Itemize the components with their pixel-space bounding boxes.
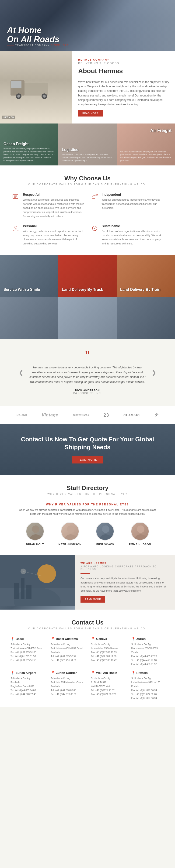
svg-point-23 — [37, 564, 56, 583]
portfolio-item-4[interactable] — [0, 297, 58, 339]
about-title: About Hermes — [78, 67, 169, 75]
we-are-content: We Are Hermes A FORWARD-LOOKING CORPORAT… — [75, 555, 175, 610]
contact-city-zurich: 📍 Zurich — [132, 637, 165, 641]
contact-item-basel-customs: 📍 Basel Customs Schindler + Co. Ag. Zuri… — [50, 637, 85, 666]
staff-section: Staff Directory WHY RIVER VALUES FOR THE… — [0, 475, 175, 555]
partner-logo-6: ✈ — [154, 412, 158, 418]
svg-point-20 — [135, 534, 147, 540]
pin-icon-basel: 📍 — [10, 637, 14, 641]
truck-image — [0, 51, 72, 124]
we-are-read-more-button[interactable]: READ MORE — [81, 596, 105, 602]
portfolio-item-6[interactable] — [117, 297, 175, 339]
why-personal-title: Personal — [23, 224, 85, 228]
cta-section: Contact Us Now To Get Quote For Your Glo… — [0, 424, 175, 475]
staff-avatar-2 — [61, 522, 79, 540]
portfolio-item-2-content: Land Delivery By Truck — [62, 287, 103, 293]
hero-company-type: Transport Company — [15, 44, 50, 46]
staff-member-2: Kate Jhonson — [56, 522, 84, 546]
why-item-sustainable: Sustainable On all levels of our organiz… — [90, 224, 164, 246]
about-read-more-button[interactable]: READ MORE — [78, 110, 103, 117]
portfolio-grid: Service With a Smile Land Delivery By Tr… — [0, 255, 175, 339]
avatar-2-svg — [61, 523, 79, 540]
why-respectful-content: Respectful We treat our customers, emplo… — [23, 193, 85, 218]
staff-intro-label: WHY RIVER VALUES FOR THE PERSONAL EYE? — [46, 503, 129, 506]
svg-rect-25 — [21, 578, 25, 599]
svg-point-16 — [65, 534, 77, 540]
why-choose-us-section: Why Choose Us OUR CORPORATE VALUES FORM … — [0, 165, 175, 255]
why-respectful-text: We treat our customers, employees and bu… — [23, 198, 85, 218]
staff-avatar-3 — [96, 522, 114, 540]
about-tagline: Delivering The Goods — [78, 62, 169, 65]
staff-avatar-4 — [131, 522, 149, 540]
svg-rect-26 — [26, 585, 31, 599]
svg-point-15 — [67, 525, 75, 533]
why-respectful-title: Respectful — [23, 193, 85, 196]
pin-icon-zurich: 📍 — [132, 637, 135, 641]
contact-details-zurich: Schindler + Co. Ag. Hardstrasse 201CH-80… — [132, 643, 165, 666]
svg-point-17 — [102, 525, 110, 533]
staff-intro-text: When we say we provide dedicated transpo… — [18, 508, 157, 516]
contact-item-zurich: 📍 Zurich Schindler + Co. Ag. Hardstrasse… — [130, 637, 166, 666]
why-title: Why Choose Us — [12, 175, 163, 182]
portfolio-item-service-smile[interactable]: Service With a Smile — [0, 255, 58, 297]
svg-rect-2 — [11, 81, 22, 88]
portfolio-item-land-train[interactable]: Land Delivery By Train — [117, 255, 175, 297]
pin-icon-weil-am-rhein: 📍 — [91, 671, 95, 675]
pin-icon-pratteln: 📍 — [132, 671, 135, 675]
air-freight-item[interactable]: Air Freight We treat our customers, empl… — [117, 124, 175, 165]
testimonial-prev-arrow[interactable]: ❮ — [19, 369, 23, 376]
we-are-text: Corporate social responsibility is impor… — [81, 577, 169, 593]
air-freight-label: Air Freight — [150, 128, 172, 133]
staff-name-1: Brian Holt — [21, 543, 49, 546]
why-independent-title: Independent — [102, 193, 164, 196]
testimonial-content: " Hermes has proven to be a very dependa… — [28, 350, 147, 395]
contact-details-geneva: Schindler + Co. Ag. Industrielles 2504-G… — [91, 643, 124, 662]
we-are-tagline: A FORWARD-LOOKING CORPORATE APPROACH TO … — [81, 565, 169, 570]
air-freight-desc: We treat our customers, employees and bu… — [120, 150, 172, 162]
why-item-independent: Independent With our entrepreneurial ind… — [90, 193, 164, 218]
we-are-subtitle-label: We Are Hermes — [81, 562, 169, 565]
portfolio-line-3 — [120, 293, 127, 293]
staff-member-3: Mike Scavo — [91, 522, 119, 546]
logistics-item[interactable]: Logistics We treat our customers, employ… — [58, 124, 117, 165]
logistics-content: Logistics We treat our customers, employ… — [62, 148, 113, 162]
contact-details-zurich-airport: Schindler + Co. Ag. Postfach FlughaFen, … — [10, 677, 44, 696]
ocean-freight-desc: We treat our customers, employees and bu… — [3, 147, 55, 162]
contact-details-zurich-courier: Schindler + Co. Ag. Zurichstr. 75 Liefer… — [51, 677, 84, 696]
why-independent-content: Independent With our entrepreneurial ind… — [102, 193, 164, 210]
why-personal-text: With energy, enthusiasm and expertise we… — [23, 229, 85, 246]
portfolio-line-2 — [62, 293, 69, 293]
why-sustainable-title: Sustainable — [102, 224, 164, 228]
svg-point-6 — [43, 95, 46, 98]
staff-grid: Brian Holt Kate Jhonson Mike Scavo — [12, 522, 163, 546]
pin-icon-zurich-courier: 📍 — [51, 671, 55, 675]
hero-tagline: Transport Company Since 1929 — [7, 44, 68, 46]
testimonial-text: Hermes has proven to be a very dependabl… — [28, 365, 147, 384]
avatar-4-svg — [132, 523, 149, 540]
contact-subtitle: OUR CORPORATE VALUES FORM THE BASIS OF E… — [9, 627, 166, 630]
portfolio-item-5[interactable] — [58, 297, 117, 339]
contact-item-basel: 📍 Basel Schindler + Co. Ag. Zurichstrass… — [9, 637, 45, 666]
staff-avatar-1 — [26, 522, 44, 540]
testimonial-next-arrow[interactable]: ❯ — [152, 369, 156, 376]
we-are-separator — [81, 573, 90, 574]
testimonial-company: B4 Logistics, Inc. — [28, 392, 147, 395]
ocean-freight-item[interactable]: Ocean Freight We treat our customers, em… — [0, 124, 58, 165]
testimonial-section: ❮ " Hermes has proven to be a very depen… — [0, 339, 175, 406]
personal-icon — [12, 224, 20, 232]
partner-logo-1: Calmar — [17, 413, 28, 416]
we-are-svg — [0, 555, 75, 606]
hero-title: At Home On All Roads — [7, 26, 68, 44]
svg-point-4 — [17, 95, 20, 98]
portfolio-item-1-content: Service With a Smile — [3, 287, 40, 293]
contact-city-basel-customs: 📍 Basel Customs — [51, 637, 84, 641]
contact-grid: 📍 Basel Schindler + Co. Ag. Zurichstrass… — [9, 637, 166, 700]
contact-city-basel: 📍 Basel — [10, 637, 44, 641]
pin-icon-zurich-airport: 📍 — [10, 671, 14, 675]
staff-name-3: Mike Scavo — [91, 543, 119, 546]
partners-section: Calmar Vintage TECHNOMAX 23 CLASSIC ✈ — [0, 406, 175, 424]
portfolio-item-land-truck[interactable]: Land Delivery By Truck — [58, 255, 117, 297]
cta-button[interactable]: READ MORE — [72, 456, 104, 463]
hero-since-text: Since 1929 — [51, 44, 68, 46]
ocean-freight-content: Ocean Freight We treat our customers, em… — [3, 142, 55, 162]
